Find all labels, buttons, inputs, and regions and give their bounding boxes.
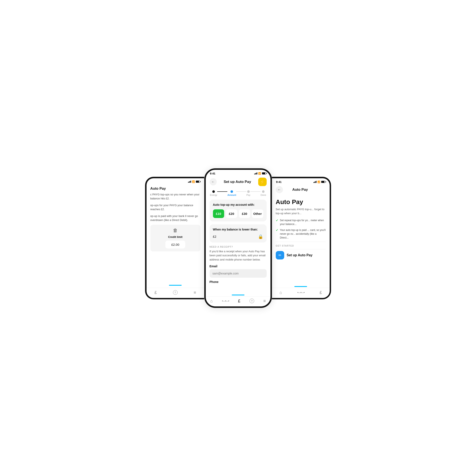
battery-icon-left bbox=[196, 181, 200, 183]
right-content: Auto Pay Set up automatic PAYG top-u... … bbox=[272, 195, 330, 263]
step-line-3 bbox=[250, 191, 260, 192]
bottom-nav-left: £ ? ≡ bbox=[147, 288, 204, 298]
balance-card-title: When my balance is lower than: bbox=[213, 228, 263, 231]
amount-btn-30[interactable]: £30 bbox=[239, 209, 250, 218]
nav-home-right[interactable]: ⌂ bbox=[280, 290, 282, 295]
battery-icon-center bbox=[262, 172, 266, 174]
setup-btn-label: Set up Auto Pay bbox=[287, 253, 313, 257]
amount-options: £10 £20 £30 Other bbox=[213, 209, 263, 218]
amount-btn-other[interactable]: Other bbox=[252, 209, 263, 218]
left-desc-1: c PAYG top-ups so you never when your ba… bbox=[150, 192, 201, 201]
right-description: Set up automatic PAYG top-u... forget to… bbox=[276, 207, 326, 216]
nav-help-left[interactable]: ? bbox=[173, 290, 178, 295]
balance-card: When my balance is lower than: £2 🔒 bbox=[210, 224, 267, 242]
nav-home-center[interactable]: ⌂ bbox=[210, 299, 213, 304]
nav-header-right: ← Auto Pay bbox=[272, 184, 330, 195]
step-label-energy: Energy bbox=[210, 194, 217, 196]
nav-money-center[interactable]: £ bbox=[238, 299, 240, 304]
right-nav-title: Auto Pay bbox=[292, 187, 308, 192]
signal-bars-right bbox=[313, 181, 317, 183]
back-arrow-right: ← bbox=[278, 188, 281, 192]
wifi-icon-center: 📶 bbox=[258, 172, 261, 175]
check-text-1: Set repeat top-ups for yo... meter when … bbox=[280, 219, 326, 226]
step-dot-done bbox=[262, 190, 265, 193]
phone-label: Phone bbox=[210, 280, 267, 284]
step-line-1 bbox=[217, 191, 227, 192]
center-nav-title: Set up Auto Pay bbox=[224, 180, 251, 184]
amount-btn-20[interactable]: £20 bbox=[226, 209, 237, 218]
divider-right-2 bbox=[276, 249, 326, 249]
step-label-amount: Amount bbox=[227, 194, 236, 196]
email-input[interactable] bbox=[210, 269, 267, 278]
status-bar-right: 9:41 📶 bbox=[272, 178, 330, 184]
receipt-section: NEED A RECEIPT? If you'd like a receipt … bbox=[210, 245, 267, 284]
step-done: Done bbox=[260, 190, 266, 196]
step-label-pay: Pay bbox=[246, 194, 250, 196]
signal-bars-center bbox=[254, 172, 257, 174]
step-energy: Energy bbox=[210, 190, 217, 196]
bottom-nav-center: ⌂ •—•—• £ ? ≡ bbox=[206, 296, 271, 306]
status-icons-left: 📶 bbox=[188, 180, 200, 183]
balance-row: £2 🔒 bbox=[213, 234, 263, 239]
left-page-title: Auto Pay bbox=[150, 187, 201, 191]
step-dot-energy bbox=[212, 190, 215, 193]
back-button-center[interactable]: ← bbox=[210, 178, 217, 186]
phone-center: 9:41 📶 ← Set up Auto Pay bbox=[204, 168, 272, 308]
bottom-bar-left bbox=[169, 285, 182, 286]
step-line-2 bbox=[236, 191, 246, 192]
check-item-2: ✓ Your auto top-up is paid ... card, so … bbox=[276, 228, 326, 239]
bottom-nav-right: ⌂ •—•—• £ bbox=[272, 288, 330, 298]
status-icons-center: 📶 bbox=[254, 172, 266, 175]
receipt-label: NEED A RECEIPT? bbox=[210, 245, 267, 248]
step-label-done: Done bbox=[260, 194, 266, 196]
nav-menu-left[interactable]: ≡ bbox=[194, 290, 196, 295]
phone-right: 9:41 📶 ← Auto Pay bbox=[272, 177, 331, 299]
wifi-icon-right: 📶 bbox=[317, 181, 320, 183]
left-content: Auto Pay c PAYG top-ups so you never whe… bbox=[147, 184, 204, 254]
nav-money-left[interactable]: £ bbox=[154, 290, 157, 295]
lightning-icon: ⚡ bbox=[260, 179, 265, 184]
nav-money-right[interactable]: £ bbox=[320, 290, 322, 295]
status-bar-center: 9:41 📶 bbox=[206, 170, 271, 176]
step-pay: Pay bbox=[246, 190, 250, 196]
nav-nodes-right[interactable]: •—•—• bbox=[297, 291, 304, 294]
nav-nodes-center[interactable]: •—•—• bbox=[222, 299, 229, 303]
amount-btn-10[interactable]: £10 bbox=[213, 209, 224, 218]
status-icons-right: 📶 bbox=[313, 181, 325, 183]
wifi-icon-left: 📶 bbox=[192, 180, 195, 183]
amount-card: Auto top-up my account with: £10 £20 £30… bbox=[210, 200, 267, 221]
left-desc-3: op-up is paid with your bank ll never go… bbox=[150, 214, 201, 222]
divider-right bbox=[276, 242, 326, 242]
back-arrow-center: ← bbox=[211, 180, 215, 184]
nav-menu-center[interactable]: ≡ bbox=[263, 299, 266, 304]
progress-steps: Energy Amount Pay Done bbox=[206, 188, 271, 197]
battery-icon-right bbox=[321, 181, 325, 183]
setup-auto-pay-button[interactable]: ∞ Set up Auto Pay bbox=[276, 251, 326, 259]
scene: 📶 Auto Pay c PAYG top-ups so you never w… bbox=[132, 168, 344, 308]
status-time-right: 9:41 bbox=[276, 180, 282, 184]
nav-help-center[interactable]: ? bbox=[250, 299, 254, 303]
email-label: Email bbox=[210, 265, 267, 268]
status-time-center: 9:41 bbox=[210, 172, 216, 175]
status-bar-left: 📶 bbox=[147, 178, 204, 184]
bottom-bar-center bbox=[232, 295, 244, 295]
infinity-icon: ∞ bbox=[278, 253, 281, 257]
lightning-button[interactable]: ⚡ bbox=[258, 178, 267, 186]
check-item-1: ✓ Set repeat top-ups for yo... meter whe… bbox=[276, 219, 326, 226]
trash-icon: 🗑 bbox=[173, 228, 178, 233]
left-desc-2: op-ups for your PAYG your balance reache… bbox=[150, 203, 201, 211]
receipt-text: If you'd like a receipt when your Auto P… bbox=[210, 249, 267, 262]
credit-card-box: 🗑 Credit limit £2.00 bbox=[150, 225, 201, 252]
center-content: Auto top-up my account with: £10 £20 £30… bbox=[206, 197, 271, 293]
step-dot-amount bbox=[231, 190, 233, 193]
step-dot-pay bbox=[247, 190, 250, 193]
check-text-2: Your auto top-up is paid ... card, so yo… bbox=[280, 228, 326, 239]
nav-header-center: ← Set up Auto Pay ⚡ bbox=[206, 176, 271, 188]
step-amount: Amount bbox=[227, 190, 236, 196]
check-mark-1: ✓ bbox=[276, 219, 278, 222]
back-button-right[interactable]: ← bbox=[276, 186, 283, 193]
signal-bars-left bbox=[188, 181, 191, 183]
balance-value: £2 bbox=[213, 235, 217, 238]
amount-card-title: Auto top-up my account with: bbox=[213, 203, 263, 206]
credit-limit-label: Credit limit bbox=[168, 235, 183, 238]
